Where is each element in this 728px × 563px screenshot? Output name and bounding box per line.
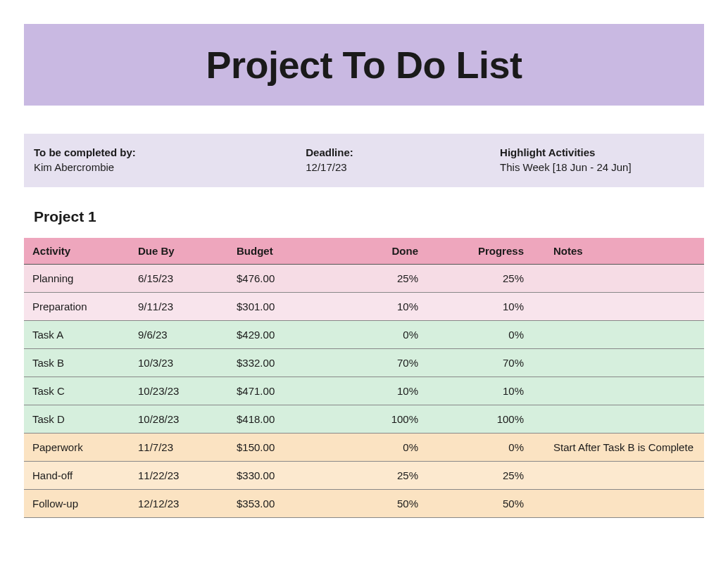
cell-notes xyxy=(545,321,704,349)
cell-notes xyxy=(545,490,704,518)
cell-done: 25% xyxy=(334,462,439,490)
cell-notes xyxy=(545,377,704,405)
deadline-label: Deadline: xyxy=(306,146,500,158)
table-row: Hand-off11/22/23$330.0025%25% xyxy=(24,462,704,490)
info-deadline: Deadline: 12/17/23 xyxy=(306,146,500,173)
cell-progress: 25% xyxy=(439,265,545,293)
cell-budget: $330.00 xyxy=(228,462,334,490)
completed-by-label: To be completed by: xyxy=(34,146,306,158)
cell-done: 10% xyxy=(334,377,439,405)
cell-activity: Planning xyxy=(24,265,130,293)
cell-done: 50% xyxy=(334,490,439,518)
cell-budget: $353.00 xyxy=(228,490,334,518)
cell-progress: 25% xyxy=(439,462,545,490)
cell-progress: 0% xyxy=(439,434,545,462)
cell-budget: $301.00 xyxy=(228,293,334,321)
cell-due-by: 10/23/23 xyxy=(130,377,228,405)
cell-progress: 10% xyxy=(439,377,545,405)
cell-done: 100% xyxy=(334,405,439,434)
cell-budget: $476.00 xyxy=(228,265,334,293)
col-budget: Budget xyxy=(228,238,334,265)
cell-done: 70% xyxy=(334,349,439,377)
cell-due-by: 11/7/23 xyxy=(130,434,228,462)
cell-due-by: 6/15/23 xyxy=(130,265,228,293)
cell-done: 10% xyxy=(334,293,439,321)
col-activity: Activity xyxy=(24,238,130,265)
cell-due-by: 9/6/23 xyxy=(130,321,228,349)
cell-progress: 70% xyxy=(439,349,545,377)
cell-budget: $418.00 xyxy=(228,405,334,434)
table-row: Planning6/15/23$476.0025%25% xyxy=(24,265,704,293)
cell-activity: Task A xyxy=(24,321,130,349)
info-completed-by: To be completed by: Kim Abercrombie xyxy=(34,146,306,173)
cell-activity: Task C xyxy=(24,377,130,405)
cell-progress: 50% xyxy=(439,490,545,518)
col-due-by: Due By xyxy=(130,238,228,265)
deadline-value: 12/17/23 xyxy=(306,161,500,173)
cell-budget: $332.00 xyxy=(228,349,334,377)
cell-activity: Task B xyxy=(24,349,130,377)
info-bar: To be completed by: Kim Abercrombie Dead… xyxy=(24,134,704,187)
cell-activity: Follow-up xyxy=(24,490,130,518)
col-notes: Notes xyxy=(545,238,704,265)
cell-notes xyxy=(545,293,704,321)
cell-budget: $471.00 xyxy=(228,377,334,405)
info-highlight: Highlight Activities This Week [18 Jun -… xyxy=(500,146,694,173)
cell-budget: $429.00 xyxy=(228,321,334,349)
page-title: Project To Do List xyxy=(206,43,522,87)
cell-due-by: 9/11/23 xyxy=(130,293,228,321)
cell-activity: Task D xyxy=(24,405,130,434)
table-row: Preparation9/11/23$301.0010%10% xyxy=(24,293,704,321)
cell-budget: $150.00 xyxy=(228,434,334,462)
project-heading: Project 1 xyxy=(34,208,728,225)
task-table: Activity Due By Budget Done Progress Not… xyxy=(24,238,704,518)
table-row: Follow-up12/12/23$353.0050%50% xyxy=(24,490,704,518)
cell-notes: Start After Task B is Complete xyxy=(545,434,704,462)
col-progress: Progress xyxy=(439,238,545,265)
cell-progress: 0% xyxy=(439,321,545,349)
highlight-value: This Week [18 Jun - 24 Jun] xyxy=(500,161,694,173)
cell-progress: 10% xyxy=(439,293,545,321)
highlight-label: Highlight Activities xyxy=(500,146,694,158)
cell-notes xyxy=(545,405,704,434)
table-row: Task B10/3/23$332.0070%70% xyxy=(24,349,704,377)
col-done: Done xyxy=(334,238,439,265)
table-row: Paperwork11/7/23$150.000%0%Start After T… xyxy=(24,434,704,462)
cell-done: 25% xyxy=(334,265,439,293)
cell-notes xyxy=(545,265,704,293)
cell-done: 0% xyxy=(334,434,439,462)
completed-by-value: Kim Abercrombie xyxy=(34,161,306,173)
title-banner: Project To Do List xyxy=(24,24,704,106)
table-row: Task D10/28/23$418.00100%100% xyxy=(24,405,704,434)
table-header-row: Activity Due By Budget Done Progress Not… xyxy=(24,238,704,265)
cell-activity: Preparation xyxy=(24,293,130,321)
table-row: Task C10/23/23$471.0010%10% xyxy=(24,377,704,405)
cell-progress: 100% xyxy=(439,405,545,434)
cell-due-by: 11/22/23 xyxy=(130,462,228,490)
cell-activity: Paperwork xyxy=(24,434,130,462)
cell-notes xyxy=(545,349,704,377)
cell-due-by: 10/28/23 xyxy=(130,405,228,434)
table-row: Task A9/6/23$429.000%0% xyxy=(24,321,704,349)
cell-due-by: 10/3/23 xyxy=(130,349,228,377)
cell-notes xyxy=(545,462,704,490)
cell-done: 0% xyxy=(334,321,439,349)
cell-due-by: 12/12/23 xyxy=(130,490,228,518)
cell-activity: Hand-off xyxy=(24,462,130,490)
